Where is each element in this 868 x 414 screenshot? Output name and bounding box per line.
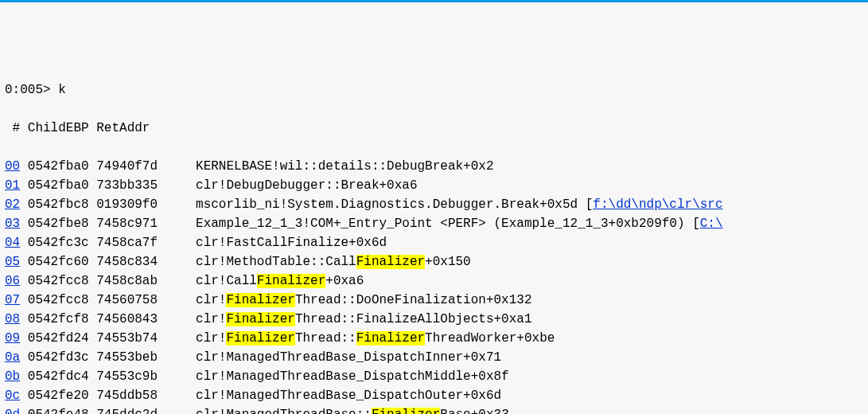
- highlighted-term: Finalizer: [226, 293, 294, 307]
- frame-index-link[interactable]: 02: [5, 197, 20, 212]
- frame-text: clr!FastCallFinalize+0x6d: [196, 236, 387, 250]
- frame-text: mscorlib_ni!System.Diagnostics.Debugger.…: [196, 197, 593, 212]
- frame-index-link[interactable]: 0a: [5, 350, 20, 365]
- frame-addresses: 0542fe20 745ddb58: [20, 389, 196, 403]
- frame-addresses: 0542fba0 74940f7d: [20, 159, 196, 174]
- highlighted-term: Finalizer: [356, 255, 425, 269]
- stack-trace: 00 0542fba0 74940f7d KERNELBASE!wil::det…: [5, 157, 863, 414]
- frame-index-link[interactable]: 08: [5, 312, 20, 326]
- stack-frame: 03 0542fbe8 7458c971 Example_12_1_3!COM+…: [5, 214, 863, 233]
- frame-text: Thread::DoOneFinalization+0x132: [295, 293, 532, 307]
- highlighted-term: Finalizer: [226, 312, 294, 326]
- frame-text: clr!MethodTable::Call: [196, 255, 356, 269]
- stack-header: # ChildEBP RetAddr: [5, 119, 863, 138]
- frame-text: clr!: [196, 331, 226, 346]
- source-link[interactable]: C:\: [700, 217, 723, 231]
- frame-addresses: 0542fcc8 7458c8ab: [20, 274, 196, 288]
- stack-frame: 08 0542fcf8 74560843 clr!FinalizerThread…: [5, 310, 863, 329]
- highlighted-term: Finalizer: [257, 274, 325, 288]
- frame-text: clr!ManagedThreadBase_DispatchOuter+0x6d: [196, 389, 501, 403]
- frame-text: Example_12_1_3!COM+_Entry_Point <PERF> (…: [196, 217, 700, 231]
- frame-text: ThreadWorker+0xbe: [425, 331, 555, 346]
- frame-addresses: 0542fbc8 019309f0: [20, 197, 196, 212]
- highlighted-term: Finalizer: [356, 331, 425, 346]
- frame-text: clr!ManagedThreadBase_DispatchInner+0x71: [196, 350, 501, 365]
- stack-frame: 0a 0542fd3c 74553beb clr!ManagedThreadBa…: [5, 348, 863, 367]
- stack-frame: 0d 0542fe48 745ddc2d clr!ManagedThreadBa…: [5, 405, 863, 414]
- frame-addresses: 0542fc60 7458c834: [20, 255, 196, 269]
- frame-index-link[interactable]: 03: [5, 217, 20, 231]
- frame-text: Thread::FinalizeAllObjects+0xa1: [295, 312, 532, 326]
- stack-frame: 02 0542fbc8 019309f0 mscorlib_ni!System.…: [5, 195, 863, 214]
- frame-text: clr!: [196, 293, 226, 307]
- stack-frame: 01 0542fba0 733bb335 clr!DebugDebugger::…: [5, 176, 863, 195]
- frame-index-link[interactable]: 0d: [5, 408, 20, 414]
- frame-index-link[interactable]: 00: [5, 159, 20, 174]
- stack-frame: 05 0542fc60 7458c834 clr!MethodTable::Ca…: [5, 252, 863, 271]
- frame-addresses: 0542fd24 74553b74: [20, 331, 196, 346]
- frame-addresses: 0542fbe8 7458c971: [20, 217, 196, 231]
- frame-text: clr!: [196, 312, 226, 326]
- frame-text: +0xa6: [325, 274, 364, 288]
- stack-frame: 06 0542fcc8 7458c8ab clr!CallFinalizer+0…: [5, 271, 863, 291]
- frame-index-link[interactable]: 05: [5, 255, 20, 269]
- frame-index-link[interactable]: 07: [5, 293, 20, 307]
- frame-text: clr!Call: [196, 274, 257, 288]
- frame-addresses: 0542fd3c 74553beb: [20, 350, 196, 365]
- stack-frame: 00 0542fba0 74940f7d KERNELBASE!wil::det…: [5, 157, 863, 176]
- frame-index-link[interactable]: 01: [5, 178, 20, 193]
- stack-frame: 07 0542fcc8 74560758 clr!FinalizerThread…: [5, 291, 863, 310]
- frame-text: clr!ManagedThreadBase_DispatchMiddle+0x8…: [196, 369, 509, 384]
- frame-index-link[interactable]: 0c: [5, 389, 20, 403]
- frame-addresses: 0542fdc4 74553c9b: [20, 369, 196, 384]
- command-prompt: 0:005> k: [5, 80, 863, 100]
- frame-index-link[interactable]: 04: [5, 236, 20, 250]
- stack-frame: 04 0542fc3c 7458ca7f clr!FastCallFinaliz…: [5, 233, 863, 252]
- highlighted-term: Finalizer: [226, 331, 294, 346]
- frame-addresses: 0542fc3c 7458ca7f: [20, 236, 196, 250]
- stack-frame: 0c 0542fe20 745ddb58 clr!ManagedThreadBa…: [5, 386, 863, 405]
- frame-text: KERNELBASE!wil::details::DebugBreak+0x2: [196, 159, 493, 174]
- frame-text: +0x150: [425, 255, 471, 269]
- frame-text: clr!ManagedThreadBase::: [196, 408, 372, 414]
- frame-index-link[interactable]: 09: [5, 331, 20, 346]
- frame-text: clr!DebugDebugger::Break+0xa6: [196, 178, 417, 193]
- frame-addresses: 0542fba0 733bb335: [20, 178, 196, 193]
- frame-text: Base+0x33: [440, 408, 508, 414]
- highlighted-term: Finalizer: [372, 408, 440, 414]
- frame-index-link[interactable]: 0b: [5, 369, 20, 384]
- frame-addresses: 0542fe48 745ddc2d: [20, 408, 196, 414]
- stack-frame: 09 0542fd24 74553b74 clr!FinalizerThread…: [5, 329, 863, 348]
- stack-frame: 0b 0542fdc4 74553c9b clr!ManagedThreadBa…: [5, 367, 863, 386]
- frame-text: Thread::: [295, 331, 356, 346]
- frame-addresses: 0542fcc8 74560758: [20, 293, 196, 307]
- source-link[interactable]: f:\dd\ndp\clr\src: [593, 197, 722, 212]
- frame-index-link[interactable]: 06: [5, 274, 20, 288]
- frame-addresses: 0542fcf8 74560843: [20, 312, 196, 326]
